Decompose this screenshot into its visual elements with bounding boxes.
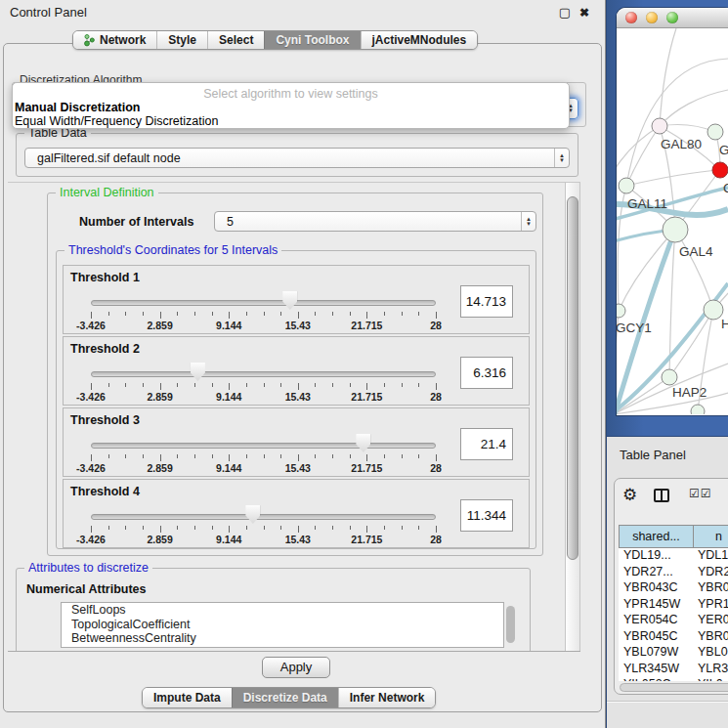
table-data-combobox[interactable]: galFiltered.sif default node ▲▼ [24,148,570,168]
close-window-icon[interactable]: ✖ [579,0,589,25]
column-header-shared[interactable]: shared... [619,525,694,548]
table-row[interactable]: YER054CYER0 [619,613,728,629]
table-row[interactable]: YDR27...YDR2 [619,565,728,581]
attributes-group-title: Attributes to discretize [24,561,152,575]
network-node[interactable] [707,124,723,140]
numerical-attributes-list[interactable]: SelfLoopsTopologicalCoefficientBetweenne… [61,602,504,648]
settings-vertical-scrollbar[interactable] [565,183,580,651]
slider-thumb[interactable] [356,434,370,452]
threshold-value-field[interactable]: 11.344 [460,499,513,532]
threshold-item: Threshold 3-3.4262.8599.14415.4321.71528… [63,407,530,477]
tab-cyni-toolbox[interactable]: Cyni Toolbox [264,31,360,49]
network-node[interactable] [619,178,634,193]
window-buttons: ▢ ✖ [559,0,589,25]
table-data-group: Table Data galFiltered.sif default node … [16,133,578,177]
top-tab-bar: Network Style Select Cyni Toolbox jActiv… [72,30,478,50]
slider-track[interactable] [91,514,436,520]
gear-icon[interactable]: ⚙ [622,485,637,505]
algorithm-dropdown-popup: Select algorithm to view settings Manual… [12,82,570,129]
dropdown-option-equal-width-frequency[interactable]: Equal Width/Frequency Discretization [15,114,218,128]
slider-track[interactable] [91,300,436,306]
minimize-traffic-icon[interactable] [646,12,658,23]
combo-stepper-icon[interactable]: ▲▼ [521,212,535,231]
table-row[interactable]: YLR345WYLR3 [619,662,728,678]
network-node-label: H [721,317,728,331]
threshold-value-field[interactable]: 6.316 [460,357,513,389]
network-node[interactable] [712,162,728,178]
dropdown-option-manual-discretization[interactable]: Manual Discretization [15,101,141,114]
table-horizontal-scrollbar[interactable] [620,683,728,692]
threshold-label: Threshold 2 [70,342,140,356]
cell-name: YBR0 [693,580,728,597]
split-view-icon[interactable] [654,489,669,502]
network-icon [84,34,95,47]
slider-ticks [91,383,436,391]
network-node[interactable] [662,369,677,385]
apply-button[interactable]: Apply [262,657,330,678]
cell-name: YIL0 [693,677,723,681]
tab-infer-network-label: Infer Network [350,691,425,705]
attributes-list-scrollbar[interactable] [506,606,515,643]
threshold-item: Threshold 1-3.4262.8599.14415.4321.71528… [63,265,530,334]
tab-cyni-toolbox-label: Cyni Toolbox [276,33,349,47]
slider-tick-labels: -3.4262.8599.14415.4321.71528 [91,462,436,474]
table-row[interactable]: YBR045CYBR0 [619,629,728,646]
close-traffic-icon[interactable] [625,12,637,23]
column-header-name[interactable]: n [693,525,728,548]
screen: Control Panel ▢ ✖ Network Style Select C… [0,0,728,728]
slider-track[interactable] [91,443,436,449]
tab-discretize-data[interactable]: Discretize Data [232,688,338,707]
tab-network[interactable]: Network [73,31,156,49]
bottom-tab-bar: Impute Data Discretize Data Infer Networ… [142,687,436,708]
network-node[interactable] [704,300,723,320]
slider-ticks [91,312,436,320]
table-row[interactable]: YBL079WYBL0 [619,645,728,662]
combo-stepper-icon[interactable]: ▲▼ [554,149,569,167]
network-canvas[interactable]: GAL80GACGAL11GAL4GCY1HHAP2 [617,28,728,414]
network-node[interactable] [691,405,705,414]
number-of-intervals-label: Number of Intervals [79,215,193,229]
number-of-intervals-combobox[interactable]: 5 ▲▼ [214,211,536,232]
scrollbar-thumb[interactable] [567,196,578,560]
thresholds-group: Threshold's Coordinates for 5 Intervals … [56,250,536,549]
threshold-item: Threshold 2-3.4262.8599.14415.4321.71528… [63,336,530,406]
network-node[interactable] [663,217,688,242]
attribute-list-item[interactable]: SelfLoops [62,603,503,618]
table-row[interactable]: YPR145WYPR1 [619,597,728,614]
attribute-list-item[interactable]: BetweennessCentrality [62,631,503,646]
slider-thumb[interactable] [191,363,205,381]
network-node[interactable] [652,118,667,134]
tab-style[interactable]: Style [156,31,207,49]
cell-shared-name: YBR045C [619,629,693,646]
table-row[interactable]: YDL19...YDL1 [619,548,728,565]
tab-select[interactable]: Select [207,31,264,49]
select-columns-icon[interactable]: ☑☑ [689,487,712,500]
cell-name: YBR0 [693,629,728,646]
network-node-label: GAL11 [627,196,667,211]
tab-jactivemnodules[interactable]: jActiveMNodules [361,31,478,49]
panel-title: Control Panel [10,0,87,25]
cell-shared-name: YBL079W [619,645,693,662]
slider-tick-labels: -3.4262.8599.14415.4321.71528 [91,534,436,545]
attribute-list-item[interactable]: TopologicalCoefficient [62,618,503,632]
threshold-value-field[interactable]: 21.4 [460,428,513,460]
tab-jactivemnodules-label: jActiveMNodules [372,33,467,47]
slider-track[interactable] [91,371,436,377]
network-view[interactable]: GAL80GACGAL11GAL4GCY1HHAP2 [617,28,728,414]
tab-impute-data[interactable]: Impute Data [143,688,232,707]
table-rows[interactable]: YDL19...YDL1YDR27...YDR2YBR043CYBR0YPR14… [619,548,728,681]
threshold-value-field[interactable]: 14.713 [460,285,513,318]
slider-thumb[interactable] [282,291,297,310]
cell-shared-name: YDR27... [619,565,693,581]
float-window-icon[interactable]: ▢ [559,0,571,25]
table-row[interactable]: YIL052CYIL0 [619,677,728,681]
network-window-titlebar[interactable] [617,8,728,28]
slider-thumb[interactable] [245,505,260,524]
number-of-intervals-value: 5 [215,215,521,229]
table-row[interactable]: YBR043CYBR0 [619,580,728,597]
cell-shared-name: YPR145W [619,597,693,614]
tab-infer-network[interactable]: Infer Network [338,688,436,707]
zoom-traffic-icon[interactable] [666,12,678,23]
network-node[interactable] [617,304,625,318]
cell-shared-name: YDL19... [619,548,693,565]
